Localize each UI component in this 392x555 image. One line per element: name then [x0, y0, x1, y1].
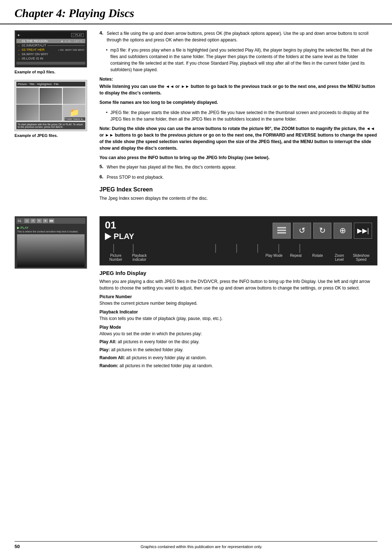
jpeg-thumb-5	[40, 105, 62, 121]
step-6-number: 6.	[99, 174, 103, 179]
right-column: 4. Select a file using the up and down a…	[99, 30, 377, 205]
play-all-item: Play All: all pictures in every folder o…	[99, 339, 377, 345]
jpeg-info-display-heading: JPEG Info Display	[99, 270, 377, 276]
play-mode-text: Allows you to set the order in which the…	[99, 331, 377, 337]
jpeg-index-text: The Jpeg Index screen displays the conte…	[99, 195, 377, 202]
info-icon-grid: ≡	[24, 219, 29, 223]
label-slideshow: Slideshow Speed	[350, 254, 372, 262]
jpeg-info-top-bar: 01 ≡ ↺ ↻ ⊕ ▶▶	[16, 218, 85, 224]
you-can-also: You can also press the INFO button to br…	[99, 154, 377, 161]
jpeg-caption-box: To start playback with this file press O…	[16, 122, 85, 129]
lower-left: 01 ≡ ↺ ↻ ⊕ ▶▶ ▶ PLAY This is where the c…	[15, 216, 91, 370]
notes-title: Notes:	[99, 77, 377, 82]
jpeg-info-display-intro: When you are playing a disc with JPEG fi…	[99, 278, 377, 291]
play-text: all pictures in the selected folder play…	[111, 347, 183, 352]
diag-icon-rotate-cw: ↻	[313, 223, 331, 239]
jpeg-caption-text: To start playback with this file press O…	[18, 123, 83, 128]
bullet-mp3: • mp3 file: if you press play when a fil…	[99, 47, 377, 73]
note-icon: ♪	[17, 39, 21, 43]
jpeg-info-image	[17, 234, 85, 267]
diag-icon-zoom: ⊕	[334, 223, 352, 239]
notes-section: Notes: While listening you can use the ◄…	[99, 77, 377, 106]
notes-bold-2: Some file names are too long to be compl…	[99, 99, 377, 106]
connector-lines	[105, 244, 372, 253]
play-triangle	[105, 233, 111, 240]
step-4-text: Select a file using the up and down arro…	[107, 31, 368, 42]
info-icon-skip: ▶▶	[49, 219, 54, 223]
play-item: Play: all pictures in the selected folde…	[99, 347, 377, 353]
top-content-area: ■ · □ PLAY ♪ 01.THE REASON ■ -3.JA- - LE…	[0, 30, 392, 205]
step-4-number: 4.	[99, 30, 103, 36]
bullet-dot: •	[106, 47, 107, 53]
diag-icon-skip: ▶▶|	[354, 223, 372, 239]
mp3-file-box: ■ · □ PLAY ♪ 01.THE REASON ■ -3.JA- - LE…	[15, 30, 87, 68]
left-column: ■ · □ PLAY ♪ 01.THE REASON ■ -3.JA- - LE…	[15, 30, 91, 205]
step-5: 5. When the player has played all the fi…	[99, 164, 377, 170]
playback-indicator-text: This icon tells you the state of playbac…	[99, 315, 377, 322]
label-zoom: Zoom Level	[328, 254, 350, 262]
label-playback-indicator: Playback indicator	[127, 254, 152, 262]
help-text-small: This is where the context sensitive help…	[17, 230, 85, 233]
jpeg-header-bar: Picture · Title · Highlighted · File	[16, 82, 85, 86]
jpeg-thumb-2	[40, 88, 62, 104]
mp3-item-3: ♪ 03.TREAT HER ♪ 04. WHY ON WHY	[16, 48, 85, 52]
page-container: Chapter 4: Playing Discs ■ · □ PLAY ♪ 01	[0, 0, 392, 555]
jpeg-index-heading: JPEG Index Screen	[99, 186, 377, 193]
jpeg-caption: Example of JPEG files.	[15, 133, 91, 138]
random-bold: Random:	[99, 363, 118, 368]
folder-label: Folder Name w...	[65, 117, 85, 121]
random-all-bold: Random All:	[99, 355, 125, 360]
label-play-mode: Play Mode	[263, 254, 285, 262]
mp3-item-4: ♪ 04.WHY ON WHY	[16, 52, 85, 56]
svg-rect-2	[277, 232, 286, 234]
jpeg-info-small-box: 01 ≡ ↺ ↻ ⊕ ▶▶ ▶ PLAY This is where the c…	[15, 216, 87, 269]
play-all-text: all pictures in every folder on the disc…	[118, 339, 199, 344]
svg-rect-0	[277, 227, 286, 228]
info-icon-zoom: ⊕	[43, 219, 48, 223]
diag-number: 01	[105, 220, 134, 230]
play-mode-heading: Play Mode	[99, 325, 377, 330]
play-all-bold: Play All:	[99, 339, 117, 344]
note-icon-4: ♪	[17, 52, 21, 56]
diag-icon-rotate-ccw: ↺	[293, 223, 311, 239]
label-repeat: Repeat	[285, 254, 307, 262]
page-footer: 50 Graphics contained within this public…	[15, 541, 377, 549]
bullet-dot-2: •	[106, 109, 107, 116]
chapter-header: Chapter 4: Playing Discs	[0, 0, 392, 24]
step-5-number: 5.	[99, 164, 103, 169]
step-4: 4. Select a file using the up and down a…	[99, 30, 377, 43]
lower-content: 01 ≡ ↺ ↻ ⊕ ▶▶ ▶ PLAY This is where the c…	[0, 209, 392, 378]
play-text: PLAY	[114, 232, 134, 241]
footer-page-number: 50	[15, 544, 25, 549]
info-icon-rotate2: ↻	[37, 219, 42, 223]
play-bold: Play:	[99, 347, 110, 352]
label-rotate: Rotate	[307, 254, 328, 262]
mp3-item-1: ♪ 01.THE REASON ■ -3.JA- - LET S...	[16, 39, 85, 43]
jpeg-grid: 📁 Folder Name w...	[16, 88, 85, 121]
step-5-text: When the player has played all the files…	[107, 165, 236, 170]
play-label-small: ▶ PLAY	[17, 226, 85, 230]
svg-rect-1	[277, 230, 286, 231]
note-icon-5: ♪	[17, 57, 21, 60]
play-mode-items: Play All: all pictures in every folder o…	[99, 339, 377, 369]
diag-icon-grid	[273, 223, 291, 239]
note-icon-3: ♪	[17, 48, 21, 52]
note-icon-2: ♪	[17, 44, 21, 47]
jpeg-thumb-4	[16, 105, 39, 121]
random-text: all pictures in the selected folder play…	[119, 363, 213, 368]
bullet-jpeg: • JPEG file: the player starts the slide…	[99, 109, 377, 122]
jpeg-display-diagram: 01 PLAY	[99, 216, 377, 266]
random-all-item: Random All: all pictures in every folder…	[99, 355, 377, 361]
picture-number-text: Shows the current picture number being d…	[99, 300, 377, 307]
playback-indicator-heading: Playback Indicator	[99, 309, 377, 315]
jpeg-info-number: 01	[18, 219, 21, 223]
jpeg-thumb-1	[16, 88, 39, 104]
notes-bold-1: While listening you can use the ◄◄ or ►►…	[99, 83, 377, 96]
jpeg-thumb-3	[63, 88, 85, 104]
step-6: 6. Press STOP to end playback.	[99, 174, 377, 181]
info-icon-rotate1: ↺	[30, 219, 36, 223]
jpeg-thumb-folder: 📁 Folder Name w...	[63, 105, 85, 121]
diag-labels: Picture Number Playback indicator Play M…	[105, 254, 372, 262]
picture-number-heading: Picture Number	[99, 294, 377, 299]
jpeg-file-box: Picture · Title · Highlighted · File	[15, 80, 87, 131]
